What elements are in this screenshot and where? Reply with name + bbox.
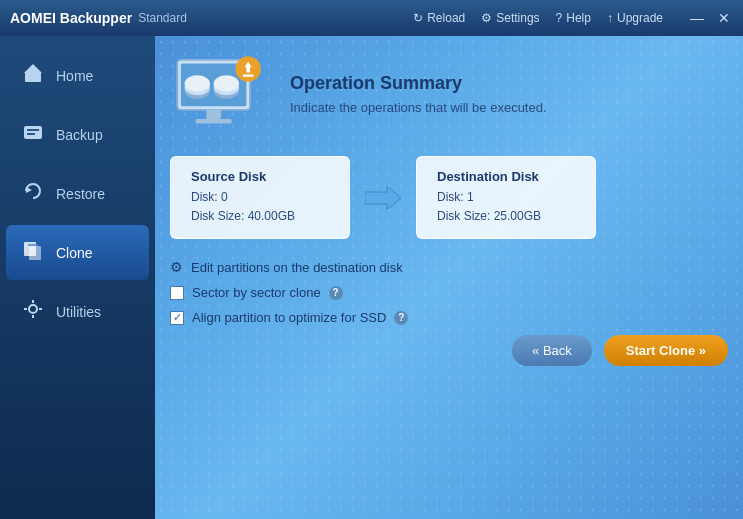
minimize-button[interactable]: — <box>687 10 707 26</box>
op-summary-title: Operation Summary <box>290 73 547 94</box>
dest-disk-num: Disk: 1 <box>437 188 575 207</box>
clone-icon <box>22 239 44 266</box>
align-partition-row: Align partition to optimize for SSD ? <box>170 310 728 325</box>
svg-rect-11 <box>206 110 221 119</box>
source-disk-num: Disk: 0 <box>191 188 329 207</box>
svg-point-15 <box>185 75 210 91</box>
svg-marker-5 <box>26 187 32 193</box>
source-disk-box: Source Disk Disk: 0 Disk Size: 40.00GB <box>170 156 350 239</box>
upgrade-button[interactable]: ↑ Upgrade <box>607 11 663 25</box>
sidebar-item-backup[interactable]: Backup <box>6 107 149 162</box>
sidebar-label-clone: Clone <box>56 245 93 261</box>
restore-icon <box>22 180 44 207</box>
svg-rect-21 <box>243 74 254 76</box>
svg-rect-4 <box>27 133 35 135</box>
reload-button[interactable]: ↻ Reload <box>413 11 465 25</box>
sector-by-sector-checkbox[interactable] <box>170 286 184 300</box>
title-right: ↻ Reload ⚙ Settings ? Help ↑ Upgrade — ✕ <box>413 10 733 26</box>
svg-marker-22 <box>365 186 401 210</box>
options-section: ⚙ Edit partitions on the destination dis… <box>170 259 728 325</box>
backup-icon <box>22 121 44 148</box>
op-summary-header: Operation Summary Indicate the operation… <box>170 51 728 136</box>
utilities-icon <box>22 298 44 325</box>
reload-icon: ↻ <box>413 11 423 25</box>
gear-icon: ⚙ <box>481 11 492 25</box>
upgrade-icon: ↑ <box>607 11 613 25</box>
sidebar-item-utilities[interactable]: Utilities <box>6 284 149 339</box>
window-controls: — ✕ <box>687 10 733 26</box>
sidebar-item-restore[interactable]: Restore <box>6 166 149 221</box>
source-disk-title: Source Disk <box>191 169 329 184</box>
source-disk-size: Disk Size: 40.00GB <box>191 207 329 226</box>
op-summary-text: Operation Summary Indicate the operation… <box>290 73 547 115</box>
sidebar-label-backup: Backup <box>56 127 103 143</box>
arrow-icon <box>365 184 401 212</box>
align-partition-help-icon[interactable]: ? <box>394 311 408 325</box>
sector-by-sector-label: Sector by sector clone <box>192 285 321 300</box>
sidebar-item-home[interactable]: Home <box>6 48 149 103</box>
title-left: AOMEI Backupper Standard <box>10 10 187 26</box>
settings-gear-icon: ⚙ <box>170 259 183 275</box>
edit-partitions-link[interactable]: Edit partitions on the destination disk <box>191 260 403 275</box>
svg-rect-2 <box>24 126 42 139</box>
svg-rect-0 <box>25 72 41 82</box>
back-button[interactable]: « Back <box>512 335 592 366</box>
svg-rect-7 <box>29 246 41 260</box>
dest-disk-title: Destination Disk <box>437 169 575 184</box>
dest-disk-box: Destination Disk Disk: 1 Disk Size: 25.0… <box>416 156 596 239</box>
main-layout: Home Backup Restore <box>0 36 743 519</box>
start-clone-button[interactable]: Start Clone » <box>604 335 728 366</box>
align-partition-label: Align partition to optimize for SSD <box>192 310 386 325</box>
close-button[interactable]: ✕ <box>715 10 733 26</box>
app-edition: Standard <box>138 11 187 25</box>
home-icon <box>22 62 44 89</box>
disk-boxes: Source Disk Disk: 0 Disk Size: 40.00GB D… <box>170 156 728 239</box>
app-name: AOMEI Backupper <box>10 10 132 26</box>
svg-rect-12 <box>195 119 231 124</box>
help-button[interactable]: ? Help <box>556 11 591 25</box>
svg-point-18 <box>214 75 239 91</box>
sidebar-label-home: Home <box>56 68 93 84</box>
content-area: Operation Summary Indicate the operation… <box>155 36 743 519</box>
sector-by-sector-help-icon[interactable]: ? <box>329 286 343 300</box>
bottom-buttons: « Back Start Clone » <box>170 335 728 366</box>
sidebar-label-restore: Restore <box>56 186 105 202</box>
title-bar: AOMEI Backupper Standard ↻ Reload ⚙ Sett… <box>0 0 743 36</box>
dest-disk-size: Disk Size: 25.00GB <box>437 207 575 226</box>
svg-marker-1 <box>24 64 42 73</box>
svg-point-8 <box>29 305 37 313</box>
computer-icon <box>170 51 270 136</box>
align-partition-checkbox[interactable] <box>170 311 184 325</box>
settings-button[interactable]: ⚙ Settings <box>481 11 539 25</box>
sidebar-label-utilities: Utilities <box>56 304 101 320</box>
sector-by-sector-row: Sector by sector clone ? <box>170 285 728 300</box>
sidebar: Home Backup Restore <box>0 36 155 519</box>
op-summary-desc: Indicate the operations that will be exe… <box>290 100 547 115</box>
sidebar-item-clone[interactable]: Clone <box>6 225 149 280</box>
svg-rect-3 <box>27 129 39 131</box>
help-icon: ? <box>556 11 563 25</box>
edit-partitions-row: ⚙ Edit partitions on the destination dis… <box>170 259 728 275</box>
